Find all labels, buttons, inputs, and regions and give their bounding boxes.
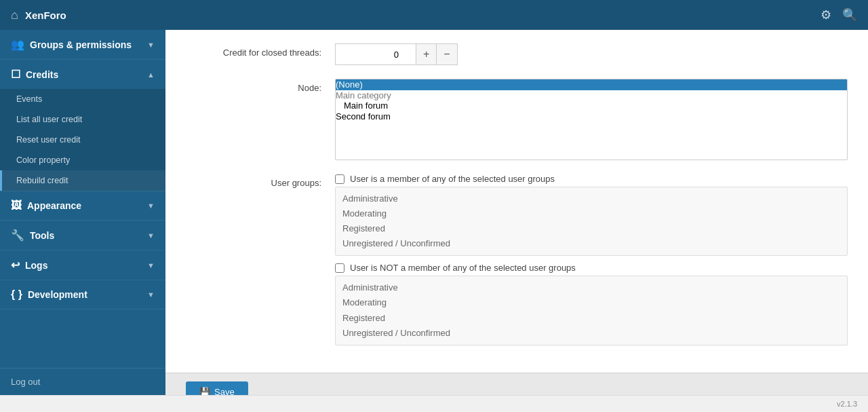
credit-closed-threads-row: Credit for closed threads: + − [186,43,848,65]
credit-plus-button[interactable]: + [416,43,437,65]
main-layout: 👥Groups & permissions ▼ ☐Credits ▲ Event… [0,30,868,395]
node-option-second-forum[interactable]: Second forum [336,111,847,122]
not-group-registered: Registered [342,311,840,326]
not-member-checkbox[interactable] [335,263,344,273]
tools-icon: 🔧 [11,229,24,241]
not-group-moderating: Moderating [342,295,840,310]
sidebar-section-groups-permissions: 👥Groups & permissions ▼ [0,30,165,60]
sidebar-item-appearance[interactable]: 🖼Appearance ▼ [0,191,165,220]
sidebar-item-events[interactable]: Events [0,89,165,109]
chevron-appearance-icon: ▼ [147,202,155,210]
sidebar-label-appearance: Appearance [27,200,81,211]
settings-icon[interactable]: ⚙ [821,7,831,22]
sidebar-label-tools: Tools [30,230,54,241]
not-member-groups-listbox[interactable]: Administrative Moderating Registered Unr… [335,276,848,345]
node-option-none[interactable]: (None) [336,79,847,90]
logs-icon: ↩ [11,259,20,271]
sidebar-label-groups-permissions: Groups & permissions [30,39,132,50]
sidebar-item-groups-permissions[interactable]: 👥Groups & permissions ▼ [0,30,165,59]
sidebar-item-rebuild-credit[interactable]: Rebuild credit [0,170,165,191]
groups-icon: 👥 [11,39,24,50]
user-groups-label: User groups: [186,174,335,188]
node-option-main-category[interactable]: Main category [336,90,847,101]
member-checkbox[interactable] [335,174,344,184]
chevron-logs-icon: ▼ [147,261,155,269]
sidebar-item-logs[interactable]: ↩Logs ▼ [0,250,165,280]
sidebar-label-credits: Credits [26,69,58,80]
not-group-administrative: Administrative [342,280,840,295]
content-inner: Credit for closed threads: + − Node: [165,30,868,395]
member-groups-listbox[interactable]: Administrative Moderating Registered Unr… [335,187,848,256]
form-footer: 💾 Save [165,373,868,395]
chevron-credits-icon: ▲ [147,71,155,79]
node-field: (None) Main category Main forum Second f… [335,79,848,160]
sidebar-item-color-property[interactable]: Color property [0,150,165,170]
sidebar-section-development: { }Development ▼ [0,280,165,310]
sidebar-section-logs: ↩Logs ▼ [0,250,165,280]
not-member-group-container: User is NOT a member of any of the selec… [335,263,848,345]
user-groups-section: User is a member of any of the selected … [335,174,848,345]
credits-icon: ☐ [11,69,20,80]
not-member-checkbox-row: User is NOT a member of any of the selec… [335,263,848,273]
member-checkbox-label: User is a member of any of the selected … [350,174,555,184]
member-group-container: User is a member of any of the selected … [335,174,848,256]
app-name: XenForo [25,10,66,21]
credit-closed-threads-label: Credit for closed threads: [186,43,335,58]
node-option-main-forum[interactable]: Main forum [336,100,847,111]
credits-subitems: Events List all user credit Reset user c… [0,89,165,191]
sidebar-label-development: Development [28,289,87,300]
user-groups-field: User is a member of any of the selected … [335,174,848,345]
version-bar: v2.1.3 [0,395,868,412]
credit-minus-button[interactable]: − [437,43,457,65]
development-icon: { } [11,288,22,300]
sidebar-section-appearance: 🖼Appearance ▼ [0,191,165,221]
member-checkbox-row: User is a member of any of the selected … [335,174,848,184]
save-icon: 💾 [199,387,210,395]
chevron-tools-icon: ▼ [147,231,155,240]
group-administrative: Administrative [342,191,840,206]
sidebar: 👥Groups & permissions ▼ ☐Credits ▲ Event… [0,30,165,395]
node-row: Node: (None) Main category Main forum Se… [186,79,848,160]
search-icon[interactable]: 🔍 [842,7,857,22]
node-select[interactable]: (None) Main category Main forum Second f… [335,79,848,160]
not-member-checkbox-label: User is NOT a member of any of the selec… [350,263,576,273]
sidebar-item-reset-user-credit[interactable]: Reset user credit [0,130,165,150]
node-label: Node: [186,79,335,93]
home-icon[interactable]: ⌂ [11,8,18,22]
group-moderating: Moderating [342,206,840,221]
credit-closed-threads-field: + − [335,43,848,65]
navbar-right: ⚙ 🔍 [821,7,857,22]
credit-input-group: + − [335,43,848,65]
sidebar-section-tools: 🔧Tools ▼ [0,221,165,250]
content: Credit for closed threads: + − Node: [165,30,868,395]
sidebar-item-development[interactable]: { }Development ▼ [0,280,165,309]
navbar-left: ⌂ XenForo [11,8,66,22]
group-registered: Registered [342,221,840,236]
sidebar-item-credits[interactable]: ☐Credits ▲ [0,60,165,89]
not-group-unregistered: Unregistered / Unconfirmed [342,326,840,341]
save-button[interactable]: 💾 Save [186,381,248,395]
user-groups-row: User groups: User is a member of any of … [186,174,848,345]
chevron-groups-icon: ▼ [147,41,155,49]
sidebar-item-tools[interactable]: 🔧Tools ▼ [0,221,165,250]
group-unregistered: Unregistered / Unconfirmed [342,236,840,251]
navbar: ⌂ XenForo ⚙ 🔍 [0,0,868,30]
chevron-development-icon: ▼ [147,291,155,299]
save-label: Save [214,387,235,395]
logout-button[interactable]: Log out [0,368,165,395]
credit-input[interactable] [335,43,416,65]
form-body: Credit for closed threads: + − Node: [165,30,868,373]
sidebar-item-list-all-user-credit[interactable]: List all user credit [0,109,165,130]
sidebar-section-credits: ☐Credits ▲ Events List all user credit R… [0,60,165,191]
version-text: v2.1.3 [837,400,857,408]
sidebar-label-logs: Logs [25,260,47,271]
appearance-icon: 🖼 [11,200,22,211]
